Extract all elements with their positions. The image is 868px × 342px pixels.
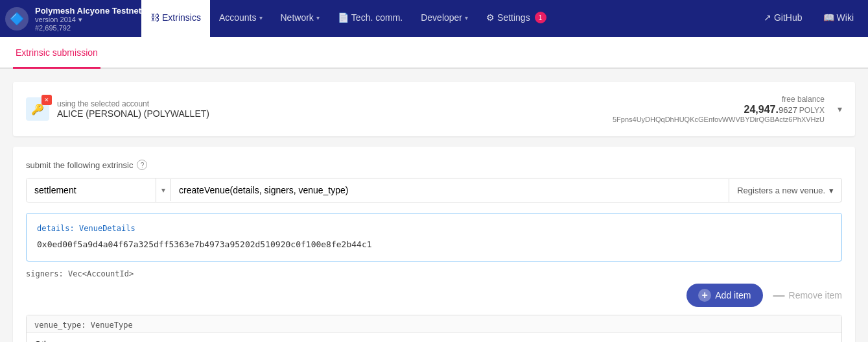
account-dropdown-arrow[interactable]: ▾ xyxy=(838,104,842,114)
tab-extrinsic-submission[interactable]: Extrinsic submission xyxy=(13,37,100,69)
add-item-button[interactable]: + Add item xyxy=(686,284,762,307)
balance-token: POLYX xyxy=(799,106,825,115)
brand: 🔷 Polymesh Alcyone Testnet version 2014 … xyxy=(5,6,141,32)
chevron-down-icon: ▾ xyxy=(465,14,468,21)
account-name: ALICE (PERSONAL) (POLYWALLET) xyxy=(57,108,209,119)
book-icon: 📖 xyxy=(823,12,834,23)
brand-block: #2,695,792 xyxy=(35,24,141,32)
remove-item-button[interactable]: — Remove item xyxy=(773,289,842,302)
account-details: using the selected account ALICE (PERSON… xyxy=(57,99,209,119)
account-badge: ✕ xyxy=(41,95,52,105)
param-details-label: details: VenueDetails xyxy=(37,224,831,233)
settings-badge: 1 xyxy=(535,12,546,23)
form-section-label: submit the following extrinsic ? xyxy=(26,160,842,170)
github-icon: ↗ xyxy=(764,12,771,23)
venue-type-block: venue_type: VenueType Other Sto Exchange… xyxy=(26,315,842,342)
balance-major: 24,947. xyxy=(744,104,779,115)
signers-actions: + Add item — Remove item xyxy=(26,284,842,307)
topnav: 🔷 Polymesh Alcyone Testnet version 2014 … xyxy=(0,0,868,37)
nav-item-developer[interactable]: Developer ▾ xyxy=(412,0,477,37)
nav-item-settings[interactable]: ⚙ Settings 1 xyxy=(477,0,556,37)
param-details-block: details: VenueDetails xyxy=(26,213,842,262)
method-select[interactable]: createVenue(details, signers, venue_type… xyxy=(171,178,729,202)
extrinsic-selectors: settlement ▾ createVenue(details, signer… xyxy=(26,178,842,202)
help-icon[interactable]: ? xyxy=(137,160,147,170)
account-using-label: using the selected account xyxy=(57,99,209,108)
chevron-down-icon: ▾ xyxy=(259,14,263,21)
module-select[interactable]: settlement xyxy=(27,178,156,202)
nav-item-wiki[interactable]: 📖 Wiki xyxy=(814,0,863,37)
signers-label: signers: Vec<AccountId> xyxy=(26,269,842,278)
plus-icon: + xyxy=(698,289,711,302)
nav-items: Accounts ▾ Network ▾ 📄 Tech. comm. Devel… xyxy=(210,0,755,37)
minus-icon: — xyxy=(773,289,785,302)
method-description: Registers a new venue. ▾ xyxy=(729,179,841,202)
param-details-input[interactable] xyxy=(37,238,831,250)
account-card: 🔑 ✕ using the selected account ALICE (PE… xyxy=(13,82,855,136)
module-arrow-icon: ▾ xyxy=(156,179,171,201)
chain-icon: ⛓ xyxy=(150,12,159,23)
gear-icon: ⚙ xyxy=(486,12,495,23)
brand-logo[interactable]: 🔷 xyxy=(5,7,29,31)
venue-type-label: venue_type: VenueType xyxy=(27,315,841,333)
brand-version: version 2014 ▾ xyxy=(35,16,141,24)
description-arrow-icon: ▾ xyxy=(829,186,834,195)
brand-info: Polymesh Alcyone Testnet version 2014 ▾ … xyxy=(35,6,141,32)
nav-item-accounts[interactable]: Accounts ▾ xyxy=(210,0,272,37)
balance-value: 24,947.9627POLYX xyxy=(613,104,825,116)
account-balance: free balance 24,947.9627POLYX 5Fpns4UyDH… xyxy=(613,95,825,123)
nav-item-github[interactable]: ↗ GitHub xyxy=(755,0,812,37)
page-content: 🔑 ✕ using the selected account ALICE (PE… xyxy=(0,69,868,342)
balance-minor: 9627 xyxy=(779,105,797,115)
nav-item-network[interactable]: Network ▾ xyxy=(272,0,329,37)
account-icon: 🔑 ✕ xyxy=(26,97,49,121)
chevron-down-icon: ▾ xyxy=(316,14,320,21)
tab-bar: Extrinsic submission xyxy=(0,37,868,69)
nav-item-extrinsics[interactable]: ⛓ Extrinsics xyxy=(141,0,210,37)
extrinsic-form: submit the following extrinsic ? settlem… xyxy=(13,147,855,342)
chevron-down-icon[interactable]: ▾ xyxy=(78,16,82,24)
nav-right: ↗ GitHub 📖 Wiki xyxy=(755,0,863,37)
brand-name: Polymesh Alcyone Testnet xyxy=(35,6,141,16)
signers-block: signers: Vec<AccountId> + Add item — Rem… xyxy=(26,269,842,307)
venue-type-select[interactable]: Other Sto Exchange Custom xyxy=(27,333,841,342)
venue-type-wrapper: Other Sto Exchange Custom ▾ xyxy=(27,333,841,342)
doc-icon: 📄 xyxy=(338,12,349,23)
nav-item-tech-comm[interactable]: 📄 Tech. comm. xyxy=(329,0,412,37)
account-address: 5Fpns4UyDHQqDhHUQKcGEnfovWWVBYDirQGBActz… xyxy=(613,116,825,123)
